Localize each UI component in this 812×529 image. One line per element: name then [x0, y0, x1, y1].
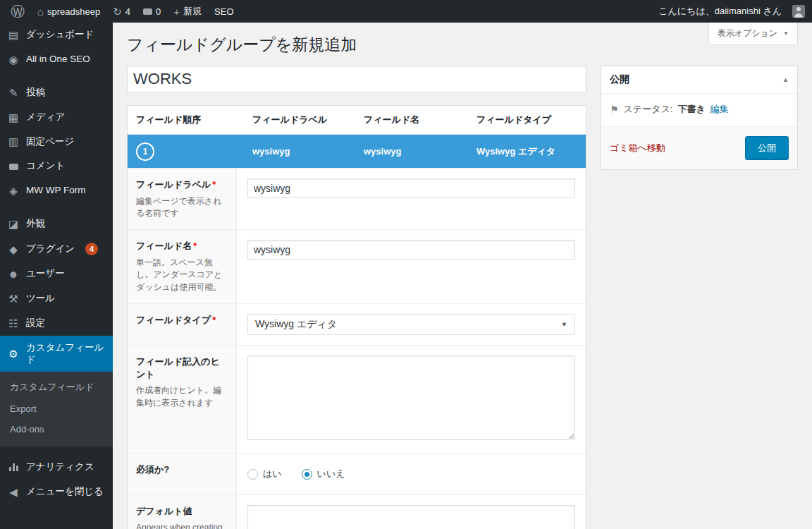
- radio-checked-icon[interactable]: [302, 469, 312, 480]
- settings-icon: ☷: [7, 318, 20, 329]
- sidebar-item-plugins[interactable]: ◆ プラグイン 4: [0, 236, 113, 262]
- publish-actions-row: ゴミ箱へ移動 公開: [601, 127, 797, 169]
- admin-sidebar: ▤ ダッシュボード ◉ All in One SEO ✎ 投稿 ▦ メディア ▥…: [0, 23, 113, 529]
- form-row-title: 必須か?: [136, 464, 169, 475]
- sidebar-item-dashboard[interactable]: ▤ ダッシュボード: [0, 23, 113, 47]
- field-row-selected[interactable]: 1 wysiwyg wysiwyg Wysiwyg エディタ: [128, 135, 586, 168]
- collapse-arrow-icon: ◀: [7, 487, 20, 497]
- wordpress-logo-icon: Ⓦ: [11, 4, 25, 18]
- sidebar-item-tools[interactable]: ⚒ ツール: [0, 286, 113, 311]
- comments-icon: [7, 161, 20, 171]
- menu-separator: [0, 203, 113, 212]
- sidebar-item-label: 外観: [26, 218, 45, 230]
- menu-separator: [0, 72, 113, 80]
- panel-toggle-icon[interactable]: ▲: [782, 76, 789, 83]
- required-asterisk: *: [193, 241, 197, 251]
- submenu-item-addons[interactable]: Add-ons: [0, 419, 113, 439]
- sidebar-item-pages[interactable]: ▥ 固定ページ: [0, 130, 113, 154]
- publish-panel-header[interactable]: 公開 ▲: [601, 66, 797, 94]
- form-row-field-type: フィールドタイプ* Wysiwyg エディタ ▼: [128, 303, 586, 345]
- new-content-label: 新規: [183, 5, 202, 18]
- avatar[interactable]: [792, 5, 805, 18]
- column-header-name: フィールド名: [355, 106, 468, 134]
- publish-panel-title: 公開: [610, 73, 629, 86]
- sidebar-item-label: アナリティクス: [26, 461, 94, 473]
- sidebar-item-label: 設定: [26, 317, 45, 329]
- form-label-cell: 必須か?: [128, 454, 237, 494]
- field-group-title-input[interactable]: [127, 66, 586, 92]
- status-value: 下書き: [677, 103, 705, 116]
- radio-option-yes[interactable]: はい: [247, 468, 282, 480]
- form-label-cell: デフォルト値 Appears when creating a new post: [128, 495, 237, 529]
- field-order-handle[interactable]: 1: [136, 142, 154, 161]
- comments-link[interactable]: 0: [137, 0, 167, 23]
- sidebar-item-all-in-one-seo[interactable]: ◉ All in One SEO: [0, 47, 113, 72]
- new-content-link[interactable]: + 新規: [167, 0, 208, 23]
- sidebar-item-label: ユーザー: [26, 268, 65, 280]
- plus-icon: +: [173, 6, 180, 17]
- submenu-item-custom-fields[interactable]: カスタムフィールド: [0, 376, 113, 399]
- fields-panel: フィールド順序 フィールドラベル フィールド名 フィールドタイプ 1 wysiw…: [127, 105, 586, 529]
- field-label-input[interactable]: [247, 178, 575, 198]
- sidebar-item-collapse-menu[interactable]: ◀ メニューを閉じる: [0, 480, 113, 504]
- chevron-down-icon: ▼: [561, 321, 567, 328]
- sidebar-item-custom-fields[interactable]: ⚙ カスタムフィールド: [0, 336, 113, 372]
- home-icon: ⌂: [37, 6, 44, 17]
- greeting-label: こんにちは、daiimanishi さん: [658, 5, 782, 18]
- radio-label: いいえ: [317, 468, 345, 480]
- radio-option-no[interactable]: いいえ: [302, 468, 345, 480]
- field-row-label: wysiwyg: [244, 146, 355, 157]
- required-asterisk: *: [212, 179, 216, 190]
- plugin-update-badge: 4: [85, 243, 98, 255]
- sidebar-item-label: メディア: [26, 111, 65, 123]
- sidebar-item-appearance[interactable]: ◪ 外観: [0, 212, 113, 236]
- tools-icon: ⚒: [7, 293, 20, 304]
- sidebar-item-comments[interactable]: コメント: [0, 154, 113, 178]
- main-content: 表示オプション ▼ フィールドグループを新規追加 フィールド順序 フィールドラベ…: [113, 23, 812, 529]
- sidebar-item-posts[interactable]: ✎ 投稿: [0, 80, 113, 105]
- plugins-icon: ◆: [7, 244, 20, 255]
- pages-icon: ▥: [7, 136, 20, 147]
- form-row-hint: 単一語。スペース無し。アンダースコアとダッシュは使用可能。: [136, 257, 228, 293]
- sidebar-item-mw-wp-form[interactable]: ◈ MW WP Form: [0, 178, 113, 203]
- media-icon: ▦: [7, 112, 20, 123]
- form-row-default-value: デフォルト値 Appears when creating a new post: [128, 494, 586, 529]
- sidebar-item-analytics[interactable]: アナリティクス: [0, 455, 113, 480]
- default-value-textarea[interactable]: [247, 505, 575, 529]
- field-instructions-textarea[interactable]: [247, 355, 575, 440]
- seo-plugin-icon: ◉: [7, 54, 20, 65]
- sidebar-item-settings[interactable]: ☷ 設定: [0, 311, 113, 336]
- screen-options-tab[interactable]: 表示オプション ▼: [708, 23, 798, 45]
- sidebar-item-label: MW WP Form: [26, 185, 86, 197]
- column-header-order: フィールド順序: [128, 106, 244, 134]
- form-row-hint: 作成者向けヒント。編集時に表示されます: [136, 384, 228, 409]
- updates-link[interactable]: ↻ 4: [106, 0, 137, 23]
- custom-fields-submenu: カスタムフィールド Export Add-ons: [0, 372, 113, 446]
- site-name-link[interactable]: ⌂ spreadsheep: [31, 0, 106, 23]
- form-row-title: フィールド記入のヒント: [136, 356, 220, 379]
- move-to-trash-link[interactable]: ゴミ箱へ移動: [610, 142, 665, 154]
- account-menu-link[interactable]: こんにちは、daiimanishi さん: [652, 0, 788, 23]
- publish-button[interactable]: 公開: [745, 136, 789, 160]
- form-row-hint: Appears when creating a new post: [136, 522, 228, 529]
- sidebar-item-media[interactable]: ▦ メディア: [0, 105, 113, 130]
- seo-link[interactable]: SEO: [208, 0, 240, 23]
- form-row-title: フィールドラベル: [136, 179, 211, 190]
- comments-icon: [143, 8, 152, 15]
- form-row-required: 必須か? はい いいえ: [128, 453, 586, 494]
- seo-label: SEO: [214, 6, 233, 17]
- users-icon: ☻: [7, 269, 20, 279]
- wp-logo-menu[interactable]: Ⓦ: [4, 0, 31, 23]
- page-title: フィールドグループを新規追加: [127, 23, 798, 66]
- sidebar-item-label: プラグイン: [26, 243, 75, 255]
- fields-table-header: フィールド順序 フィールドラベル フィールド名 フィールドタイプ: [128, 106, 586, 135]
- status-edit-link[interactable]: 編集: [710, 103, 729, 116]
- field-name-input[interactable]: [247, 240, 575, 260]
- field-type-select[interactable]: Wysiwyg エディタ ▼: [247, 314, 575, 335]
- form-row-field-label: フィールドラベル* 編集ページで表示される名前です: [128, 168, 586, 229]
- status-pin-icon: ⚑: [610, 104, 619, 115]
- radio-unchecked-icon[interactable]: [247, 469, 258, 480]
- submenu-item-export[interactable]: Export: [0, 399, 113, 419]
- site-name-label: spreadsheep: [47, 6, 100, 17]
- sidebar-item-users[interactable]: ☻ ユーザー: [0, 262, 113, 286]
